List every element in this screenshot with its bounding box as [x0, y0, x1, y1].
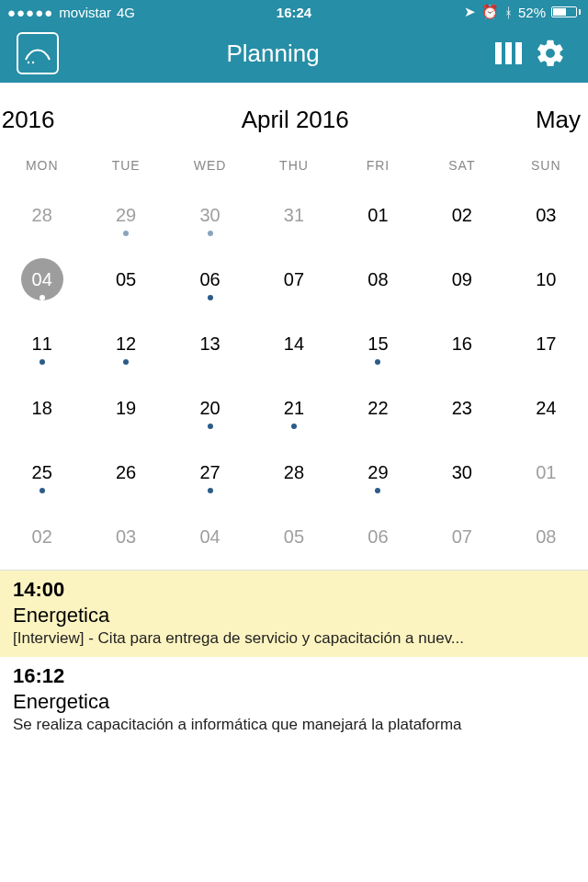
event-time: 14:00 [13, 578, 575, 602]
day-number: 13 [199, 334, 220, 355]
calendar-day[interactable]: 02 [420, 195, 503, 235]
calendar-day[interactable]: 13 [168, 323, 252, 364]
calendar-day[interactable]: 04 [0, 259, 84, 300]
day-number: 02 [452, 205, 472, 226]
gear-icon [535, 38, 566, 69]
prev-month-label[interactable]: h 2016 [0, 106, 55, 134]
calendar-day[interactable]: 09 [420, 259, 503, 300]
calendar-day[interactable]: 11 [0, 323, 84, 364]
calendar-day[interactable]: 21 [252, 388, 335, 428]
battery-pct: 52% [518, 5, 546, 20]
calendar-grid: 2829303101020304050607080910111213141516… [0, 178, 588, 570]
calendar-day[interactable]: 24 [504, 388, 588, 428]
nav-bar: Planning [0, 24, 588, 83]
calendar-day[interactable]: 25 [0, 452, 84, 492]
calendar-day[interactable]: 14 [252, 323, 335, 364]
day-number: 17 [536, 334, 556, 355]
day-number: 04 [199, 526, 220, 548]
day-number: 10 [536, 269, 556, 290]
day-number: 08 [368, 269, 388, 290]
calendar-day[interactable]: 22 [336, 388, 420, 428]
event-title: Energetica [13, 690, 575, 714]
day-number: 15 [368, 334, 388, 355]
location-icon: ➤ [464, 4, 476, 20]
calendar-day[interactable]: 01 [336, 195, 420, 235]
day-number: 02 [32, 526, 52, 548]
event-desc: [Interview] - Cita para entrega de servi… [13, 629, 575, 648]
day-number: 18 [32, 398, 52, 419]
event-dot-icon [375, 488, 380, 493]
event-item[interactable]: 14:00Energetica[Interview] - Cita para e… [0, 571, 588, 657]
day-number: 23 [452, 398, 472, 419]
calendar-day[interactable]: 27 [168, 452, 252, 492]
day-number: 01 [536, 462, 556, 483]
calendar-day[interactable]: 31 [252, 195, 335, 235]
calendar-day[interactable]: 07 [420, 516, 503, 557]
event-dot-icon [208, 295, 213, 300]
day-number: 29 [116, 205, 136, 226]
weekday-label: SAT [420, 158, 503, 173]
calendar-day[interactable]: 08 [336, 259, 420, 300]
day-number: 24 [536, 398, 556, 419]
carrier-label: movistar [59, 5, 111, 20]
calendar-day[interactable]: 05 [252, 516, 335, 557]
event-title: Energetica [13, 604, 575, 628]
calendar-day[interactable]: 29 [84, 195, 167, 235]
day-number: 05 [116, 269, 136, 290]
columns-button[interactable] [487, 42, 529, 64]
month-strip[interactable]: h 2016 April 2016 May [0, 94, 588, 145]
event-item[interactable]: 16:12EnergeticaSe realiza capacitación a… [0, 657, 588, 743]
calendar-day[interactable]: 04 [168, 516, 252, 557]
day-number: 03 [116, 526, 136, 548]
calendar-day[interactable]: 30 [168, 195, 252, 235]
day-number: 04 [32, 269, 52, 290]
weekday-label: MON [0, 158, 84, 173]
event-time: 16:12 [13, 664, 575, 688]
calendar-day[interactable]: 03 [504, 195, 588, 235]
calendar-day[interactable]: 26 [84, 452, 167, 492]
bluetooth-icon: ᚼ [504, 5, 513, 20]
day-number: 06 [368, 526, 388, 548]
calendar-day[interactable]: 23 [420, 388, 503, 428]
event-dot-icon [291, 424, 297, 429]
calendar-day[interactable]: 28 [0, 195, 84, 235]
day-number: 07 [452, 526, 472, 548]
calendar-day[interactable]: 19 [84, 388, 167, 428]
calendar-day[interactable]: 06 [336, 516, 420, 557]
svg-point-1 [32, 62, 34, 63]
calendar-day[interactable]: 01 [504, 452, 588, 492]
calendar-day[interactable]: 15 [336, 323, 420, 364]
calendar-day[interactable]: 12 [84, 323, 167, 364]
calendar-day[interactable]: 10 [504, 259, 588, 300]
event-dot-icon [208, 231, 213, 236]
day-number: 09 [452, 269, 472, 290]
day-number: 05 [284, 526, 304, 548]
calendar-day[interactable]: 07 [252, 259, 335, 300]
next-month-label[interactable]: May [536, 106, 581, 134]
settings-button[interactable] [529, 38, 571, 69]
calendar-day[interactable]: 02 [0, 516, 84, 557]
calendar-day[interactable]: 18 [0, 388, 84, 428]
calendar-day[interactable]: 20 [168, 388, 252, 428]
calendar-day[interactable]: 08 [504, 516, 588, 557]
day-number: 22 [368, 398, 388, 419]
day-number: 26 [116, 462, 136, 483]
status-time: 16:24 [277, 5, 311, 20]
app-logo[interactable] [17, 32, 59, 74]
day-number: 19 [116, 398, 136, 419]
calendar-day[interactable]: 06 [168, 259, 252, 300]
event-dot-icon [40, 488, 45, 493]
day-number: 06 [199, 269, 220, 290]
event-desc: Se realiza capacitación a informática qu… [13, 716, 575, 734]
event-dot-icon [208, 424, 213, 429]
calendar-day[interactable]: 17 [504, 323, 588, 364]
calendar-day[interactable]: 16 [420, 323, 503, 364]
day-number: 30 [452, 462, 472, 483]
weekday-label: FRI [336, 158, 420, 173]
calendar-day[interactable]: 05 [84, 259, 167, 300]
calendar-day[interactable]: 29 [336, 452, 420, 492]
calendar-day[interactable]: 03 [84, 516, 167, 557]
calendar-day[interactable]: 30 [420, 452, 503, 492]
day-number: 29 [368, 462, 388, 483]
calendar-day[interactable]: 28 [252, 452, 335, 492]
